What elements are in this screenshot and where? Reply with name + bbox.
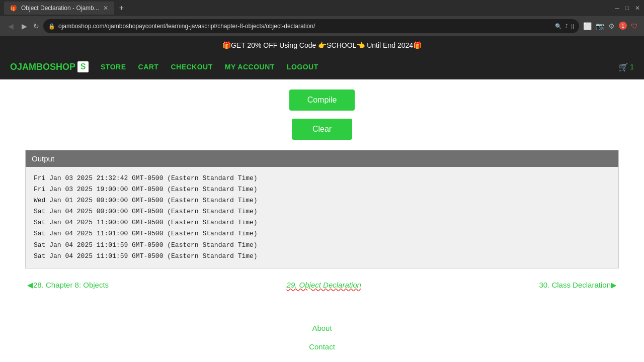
cart-icon: 🛒 — [618, 62, 628, 72]
share-icon[interactable]: ⤴ — [565, 23, 568, 30]
address-bar: ◀ ▶ ↻ 🔒 ojamboshop.com/ojamboshopayconte… — [0, 16, 644, 36]
screenshot-icon[interactable]: 📷 — [596, 22, 604, 30]
active-tab[interactable]: 🎁 Object Declaration - Ojamb... ✕ — [4, 2, 114, 15]
new-tab-button[interactable]: + — [116, 4, 127, 13]
output-content: Fri Jan 03 2025 21:32:42 GMT-0500 (Easte… — [26, 167, 618, 268]
address-input-wrap[interactable]: 🔒 ojamboshop.com/ojamboshopaycontent/lea… — [43, 19, 579, 33]
secure-icon: 🔒 — [48, 23, 55, 30]
forward-button[interactable]: ▶ — [20, 20, 29, 32]
output-line: Sat Jan 04 2025 11:01:00 GMT-0500 (Easte… — [34, 228, 610, 239]
reload-button[interactable]: ↻ — [33, 22, 39, 30]
main-area: Compile Clear Output Fri Jan 03 2025 21:… — [0, 79, 644, 300]
compile-button[interactable]: Compile — [289, 89, 355, 111]
output-line: Sat Jan 04 2025 11:01:59 GMT-0500 (Easte… — [34, 240, 610, 251]
extensions-icon[interactable]: ⬜ — [583, 22, 592, 30]
nav-logo[interactable]: OJAMBOSHOP S — [10, 61, 89, 72]
shield-icon[interactable]: 🛡 — [631, 22, 638, 30]
nav-store-link[interactable]: STORE — [101, 63, 126, 71]
prev-page-link[interactable]: ◀28. Chapter 8: Objects — [27, 281, 109, 290]
output-line: Fri Jan 03 2025 21:32:42 GMT-0500 (Easte… — [34, 173, 610, 184]
cart-count: 1 — [630, 63, 634, 71]
current-page-label: 29. Object Declaration — [287, 281, 361, 289]
about-link[interactable]: About — [0, 324, 644, 332]
nav-logo-text: OJAMBOSHOP — [10, 62, 75, 72]
nav-cart-widget[interactable]: 🛒 1 — [618, 62, 634, 72]
nav-bar: OJAMBOSHOP S STORE CART CHECKOUT MY ACCO… — [0, 54, 644, 79]
minimize-icon[interactable]: ─ — [615, 5, 619, 12]
tab-favicon: 🎁 — [10, 5, 17, 12]
output-line: Sat Jan 04 2025 11:00:00 GMT-0500 (Easte… — [34, 217, 610, 228]
rss-icon: || — [571, 23, 574, 30]
contact-link[interactable]: Contact — [0, 342, 644, 351]
page-content: 🎁GET 20% OFF Using Code 👉SCHOOL👈 Until E… — [0, 36, 644, 362]
output-line: Sat Jan 04 2025 11:01:59 GMT-0500 (Easte… — [34, 251, 610, 262]
search-icon[interactable]: 🔍 — [555, 23, 562, 30]
promo-text: 🎁GET 20% OFF Using Code 👉SCHOOL👈 Until E… — [222, 41, 422, 49]
output-line: Sat Jan 04 2025 00:00:00 GMT-0500 (Easte… — [34, 206, 610, 217]
footer: About Contact — [0, 324, 644, 362]
address-action-icons: 🔍 ⤴ || — [555, 23, 574, 30]
promo-banner: 🎁GET 20% OFF Using Code 👉SCHOOL👈 Until E… — [0, 36, 644, 54]
tab-close-button[interactable]: ✕ — [103, 5, 108, 12]
browser-chrome: 🎁 Object Declaration - Ojamb... ✕ + ─ □ … — [0, 0, 644, 36]
output-header: Output — [26, 150, 618, 167]
page-navigation: ◀28. Chapter 8: Objects 29. Object Decla… — [25, 281, 619, 290]
browser-action-icons: ⬜ 📷 ⚙ 1 🛡 — [583, 22, 638, 30]
address-text: ojamboshop.com/ojamboshopaycontent/learn… — [58, 23, 552, 30]
output-panel: Output Fri Jan 03 2025 21:32:42 GMT-0500… — [25, 150, 619, 268]
restore-icon[interactable]: □ — [625, 5, 629, 12]
nav-checkout-link[interactable]: CHECKOUT — [171, 63, 212, 71]
next-page-link[interactable]: 30. Class Declaration▶ — [539, 281, 617, 290]
clear-button[interactable]: Clear — [292, 119, 352, 140]
tab-title: Object Declaration - Ojamb... — [21, 5, 99, 12]
nav-myaccount-link[interactable]: MY ACCOUNT — [225, 63, 275, 71]
nav-logo-s: S — [77, 61, 89, 72]
tab-bar: 🎁 Object Declaration - Ojamb... ✕ + ─ □ … — [0, 0, 644, 16]
close-icon[interactable]: ✕ — [635, 5, 640, 12]
nav-cart-link[interactable]: CART — [138, 63, 159, 71]
nav-logout-link[interactable]: LOGOUT — [287, 63, 318, 71]
notification-badge: 1 — [619, 22, 627, 30]
back-button[interactable]: ◀ — [6, 20, 16, 32]
output-line: Fri Jan 03 2025 19:00:00 GMT-0500 (Easte… — [34, 184, 610, 195]
window-controls: ─ □ ✕ — [615, 5, 640, 12]
settings-icon[interactable]: ⚙ — [608, 22, 615, 30]
output-line: Wed Jan 01 2025 00:00:00 GMT-0500 (Easte… — [34, 195, 610, 206]
